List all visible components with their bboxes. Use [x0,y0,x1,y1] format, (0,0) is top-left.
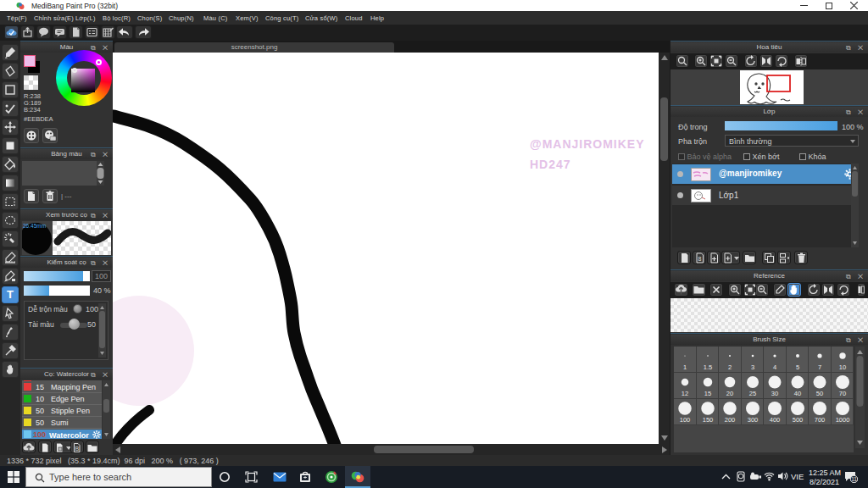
svg-text:7: 7 [818,363,821,371]
svg-text:1: 1 [683,363,687,371]
svg-text:1000: 1000 [835,416,849,424]
svg-text:200: 200 [725,416,736,424]
svg-text:2: 2 [728,363,732,371]
svg-text:400: 400 [770,416,781,424]
svg-text:500: 500 [792,416,803,424]
svg-text:50: 50 [816,390,823,397]
svg-text:300: 300 [747,416,758,424]
svg-text:3: 3 [750,363,754,371]
svg-text:40: 40 [793,390,800,397]
svg-text:12: 12 [682,390,688,397]
svg-text:8: 8 [698,256,702,262]
svg-text:20: 20 [726,390,733,397]
svg-text:B: B [75,446,80,452]
svg-text:4: 4 [773,363,776,371]
svg-text:70: 70 [838,390,845,397]
svg-text:1.5: 1.5 [703,363,711,371]
svg-text:150: 150 [702,416,713,424]
svg-text:25: 25 [748,390,755,397]
svg-text:15: 15 [704,390,710,397]
svg-text:11: 11 [851,476,857,482]
svg-text:700: 700 [815,416,826,424]
svg-text:30: 30 [771,390,778,397]
svg-text:100: 100 [680,416,691,424]
svg-text:10: 10 [838,363,845,371]
svg-text:5: 5 [795,363,798,371]
